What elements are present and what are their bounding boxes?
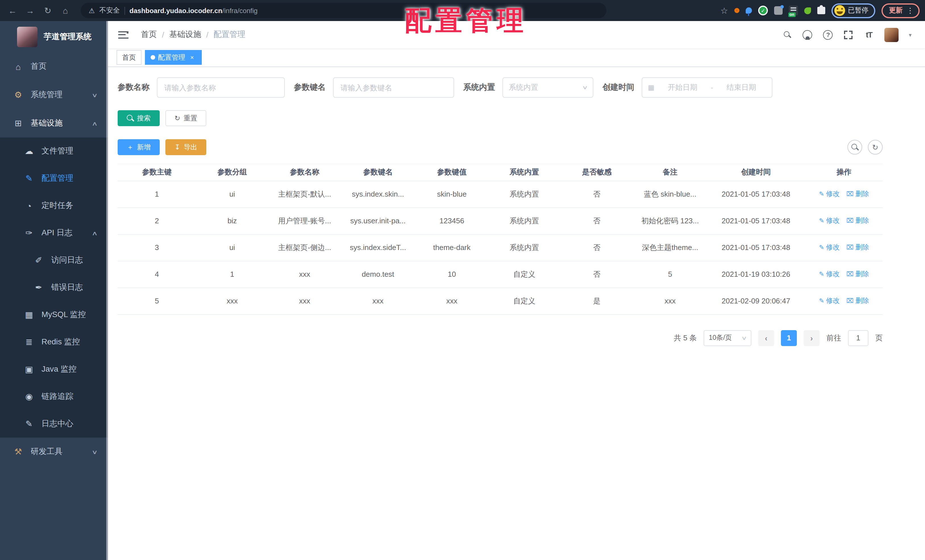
reload-icon[interactable]: ↻ (41, 3, 54, 18)
sidebar-item-infra[interactable]: ⊞ 基础设施 ∧ (0, 109, 108, 137)
url-text: dashboard.yudao.iocoder.cn/infra/config (130, 6, 258, 15)
delete-icon: ⌧ (847, 244, 854, 251)
extension-grid-icon[interactable] (774, 6, 783, 15)
delete-link[interactable]: ⌧删除 (847, 269, 869, 279)
search-form: 参数名称 参数键名 系统内置 系统内置 ∨ (118, 77, 925, 98)
sidebar-item-redis[interactable]: ≣ Redis 监控 (0, 328, 108, 356)
create-time-label: 创建时间 (603, 83, 634, 93)
search-button[interactable]: 搜索 (118, 110, 160, 126)
sidebar-item-label: 错误日志 (51, 282, 83, 293)
extension-leaf-icon[interactable] (804, 7, 811, 14)
cell: xxx (268, 261, 341, 288)
profile-paused-label: 已暂停 (848, 6, 868, 15)
param-name-input[interactable] (157, 77, 285, 98)
page-content: 参数名称 参数键名 系统内置 系统内置 ∨ (108, 67, 925, 560)
goto-page-input[interactable] (848, 330, 868, 346)
app-title: 芋道管理系统 (44, 32, 92, 42)
sidebar-item-job[interactable]: ◔ 定时任务 (0, 192, 108, 219)
github-icon[interactable] (803, 29, 813, 40)
prev-page-button[interactable]: ‹ (758, 330, 774, 346)
app-logo-row[interactable]: 芋道管理系统 (0, 21, 108, 52)
date-range-picker[interactable]: ▦ 开始日期 - 结束日期 (642, 77, 772, 98)
sidebar-item-label: 定时任务 (42, 200, 73, 211)
sidebar-item-api-log[interactable]: ✑ API 日志 ∧ (0, 219, 108, 247)
sidebar-item-config[interactable]: ✎ 配置管理 (0, 165, 108, 192)
back-icon[interactable]: ← (6, 3, 19, 18)
current-page-button[interactable]: 1 (781, 330, 797, 346)
row-actions: ✎修改⌧删除 (805, 234, 883, 261)
browser-profile-chip[interactable]: 已暂停 (832, 3, 875, 18)
edit-link[interactable]: ✎修改 (819, 296, 839, 306)
delete-link[interactable]: ⌧删除 (847, 242, 869, 252)
sidebar-item-label: 配置管理 (42, 173, 73, 184)
cell: xxx (196, 288, 268, 314)
row-actions: ✎修改⌧删除 (805, 208, 883, 234)
sidebar-item-system[interactable]: ⚙ 系统管理 ∨ (0, 81, 108, 109)
filter-create-time: 创建时间 ▦ 开始日期 - 结束日期 (603, 77, 772, 98)
builtin-select[interactable]: 系统内置 ∨ (502, 77, 594, 98)
extension-pin-icon[interactable] (746, 8, 752, 14)
edit-link[interactable]: ✎修改 (819, 189, 839, 199)
extensions-puzzle-icon[interactable] (817, 7, 825, 14)
cell: 2021-01-05 17:03:48 (707, 234, 805, 261)
trace-icon: ◉ (23, 391, 35, 402)
sidebar-item-label: 链路追踪 (42, 391, 73, 402)
sidebar-item-error-log[interactable]: ✒ 错误日志 (0, 274, 108, 301)
breadcrumb-home[interactable]: 首页 (141, 30, 157, 40)
user-avatar[interactable] (884, 27, 899, 42)
help-icon[interactable]: ? (823, 29, 833, 40)
search-icon[interactable] (782, 29, 792, 40)
cell: 系统内置 (489, 234, 560, 261)
cell: 否 (560, 261, 634, 288)
home-icon[interactable]: ⌂ (59, 3, 72, 18)
next-page-button[interactable]: › (804, 330, 820, 346)
sidebar-item-access-log[interactable]: ✐ 访问日志 (0, 247, 108, 274)
edit-link[interactable]: ✎修改 (819, 216, 839, 226)
calendar-icon: ▦ (648, 84, 654, 92)
bookmark-star-icon[interactable]: ☆ (720, 5, 728, 16)
cell: xxx (341, 288, 415, 314)
browser-menu-icon[interactable]: ⋮ (907, 6, 914, 15)
sidebar-item-log-center[interactable]: ✎ 日志中心 (0, 410, 108, 438)
sidebar-item-label: 基础设施 (31, 118, 63, 128)
text-size-icon[interactable]: tT (864, 29, 874, 40)
edit-link[interactable]: ✎修改 (819, 242, 839, 252)
add-button[interactable]: ＋ 新增 (118, 139, 160, 155)
address-bar[interactable]: ⚠ 不安全 dashboard.yudao.iocoder.cn/infra/c… (81, 3, 606, 18)
sidebar-item-dev-tools[interactable]: ⚒ 研发工具 ∨ (0, 438, 108, 466)
sidebar-item-java[interactable]: ▣ Java 监控 (0, 356, 108, 383)
browser-update-chip[interactable]: 更新 ⋮ (881, 3, 920, 18)
tab-config[interactable]: 配置管理 × (145, 50, 202, 65)
forward-icon[interactable]: → (23, 3, 37, 18)
delete-link[interactable]: ⌧删除 (847, 189, 869, 199)
page-size-select[interactable]: 10条/页 ∨ (704, 330, 751, 346)
fullscreen-icon[interactable] (844, 29, 854, 40)
delete-link[interactable]: ⌧删除 (847, 216, 869, 226)
reset-button[interactable]: ↻ 重置 (166, 110, 206, 126)
table-row: 1ui主框架页-默认...sys.index.skin...skin-blue系… (118, 181, 883, 208)
toggle-search-button[interactable] (847, 140, 862, 155)
breadcrumb-infra[interactable]: 基础设施 (169, 30, 201, 40)
extension-green-icon[interactable]: ✓ (758, 6, 768, 15)
cell: 自定义 (489, 288, 560, 314)
tab-home[interactable]: 首页 (116, 50, 142, 65)
sidebar-item-file[interactable]: ☁ 文件管理 (0, 137, 108, 165)
cell: xxx (268, 288, 341, 314)
hamburger-icon[interactable] (118, 31, 128, 38)
delete-link[interactable]: ⌧删除 (847, 296, 869, 306)
sidebar-item-trace[interactable]: ◉ 链路追踪 (0, 383, 108, 410)
column-header: 是否敏感 (560, 164, 634, 181)
edit-icon: ✎ (819, 244, 824, 251)
extension-on-icon[interactable]: on (789, 6, 798, 15)
sidebar-scrollbar[interactable] (106, 21, 108, 560)
export-button[interactable]: ↧ 导出 (166, 139, 206, 155)
edit-link[interactable]: ✎修改 (819, 269, 839, 279)
delete-icon: ⌧ (847, 190, 854, 198)
param-key-input[interactable] (333, 77, 454, 98)
sidebar-item-home[interactable]: ⌂ 首页 (0, 52, 108, 81)
sidebar-item-mysql[interactable]: ▦ MySQL 监控 (0, 301, 108, 328)
avatar-dropdown-caret-icon[interactable]: ▾ (909, 32, 911, 38)
extension-orange-icon[interactable] (734, 8, 740, 13)
close-icon[interactable]: × (188, 53, 196, 62)
refresh-button[interactable]: ↻ (868, 140, 883, 155)
